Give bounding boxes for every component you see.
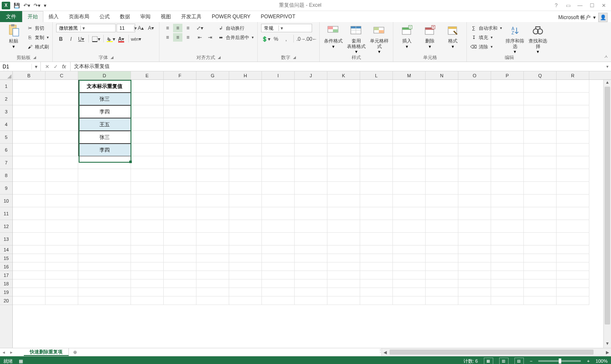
cell[interactable] [360,169,393,182]
cell[interactable] [229,195,262,207]
cell[interactable] [13,169,45,182]
cell[interactable] [491,131,524,144]
cell[interactable] [393,80,426,93]
cell[interactable] [229,118,262,131]
paste-button[interactable]: 粘贴 ▼ [3,24,24,49]
cell[interactable] [426,169,458,182]
orientation-icon[interactable]: ⤢▾ [195,24,205,32]
name-box-input[interactable] [0,64,31,70]
cell[interactable] [131,169,164,182]
sheet-tab[interactable]: 快速删除重复项 [24,348,69,356]
column-header[interactable]: D [78,71,131,79]
cell[interactable] [491,245,524,254]
cell[interactable]: 李四 [78,105,131,118]
cell[interactable] [196,271,229,279]
scroll-left-icon[interactable]: ◀ [382,350,389,355]
cell[interactable] [196,220,229,233]
cell[interactable] [327,233,360,245]
cell[interactable] [78,279,131,288]
row-header[interactable]: 3 [0,105,12,118]
row-header[interactable]: 19 [0,288,12,296]
column-header[interactable]: Q [524,71,557,79]
cell[interactable] [229,156,262,169]
row-header[interactable]: 11 [0,207,12,220]
cell[interactable] [295,182,327,195]
tab-data[interactable]: 数据 [115,11,135,22]
tab-view[interactable]: 视图 [156,11,176,22]
cell[interactable] [164,279,196,288]
cell[interactable] [164,271,196,279]
cell[interactable] [13,279,45,288]
cell[interactable] [262,169,295,182]
cell[interactable] [327,288,360,296]
macro-record-icon[interactable]: ▦ [19,358,23,364]
cell[interactable] [393,93,426,105]
cell[interactable] [524,131,557,144]
cell[interactable] [229,296,262,305]
cell[interactable] [229,233,262,245]
fill-button[interactable]: ↧填充▾ [470,33,502,42]
zoom-in-icon[interactable]: + [587,358,589,364]
cell[interactable] [229,254,262,262]
delete-cells-button[interactable]: ×删除▼ [420,24,440,49]
align-center-icon[interactable]: ≡ [173,33,182,42]
cell[interactable] [426,195,458,207]
cell[interactable] [458,207,491,220]
cell[interactable] [426,296,458,305]
cancel-formula-icon[interactable]: ✕ [45,64,49,70]
cell[interactable] [78,296,131,305]
cell[interactable] [393,105,426,118]
cell[interactable] [426,220,458,233]
column-header[interactable]: H [229,71,262,79]
cell[interactable] [164,262,196,271]
cell[interactable] [229,245,262,254]
cell[interactable] [262,144,295,156]
cell[interactable] [164,169,196,182]
cell[interactable] [164,195,196,207]
cell[interactable] [491,220,524,233]
scroll-right-icon[interactable]: ▶ [604,350,611,355]
cell[interactable] [295,195,327,207]
cell[interactable] [196,288,229,296]
cell[interactable] [196,254,229,262]
decrease-decimal-icon[interactable]: .00← [307,35,316,43]
cell[interactable] [262,182,295,195]
cell[interactable] [164,144,196,156]
cell[interactable] [360,262,393,271]
cell[interactable] [196,144,229,156]
cell[interactable] [196,131,229,144]
cell[interactable] [327,271,360,279]
cell[interactable] [78,156,131,169]
cell[interactable] [327,131,360,144]
cell[interactable] [131,131,164,144]
sort-filter-button[interactable]: AZ排序和筛选▼ [505,24,525,54]
cell[interactable] [13,220,45,233]
cell[interactable] [524,156,557,169]
cell[interactable] [45,118,78,131]
cell[interactable] [164,220,196,233]
column-header[interactable]: C [45,71,78,79]
cell[interactable] [557,233,589,245]
cell[interactable] [78,245,131,254]
scroll-down-icon[interactable]: ▼ [604,341,611,348]
cell[interactable] [45,169,78,182]
cell[interactable] [131,195,164,207]
column-header[interactable]: B [13,71,45,79]
cell[interactable] [327,156,360,169]
cell[interactable] [13,131,45,144]
cell[interactable] [491,288,524,296]
cell[interactable] [327,207,360,220]
cell[interactable] [295,279,327,288]
scroll-up-icon[interactable]: ▲ [604,80,611,87]
align-bottom-icon[interactable]: ≡ [183,24,193,32]
cell[interactable] [491,93,524,105]
collapse-ribbon-icon[interactable]: ㅅ [604,54,608,60]
cell[interactable] [13,254,45,262]
cell[interactable] [524,195,557,207]
expand-formula-bar-icon[interactable]: ▾ [606,64,608,69]
increase-indent-icon[interactable]: ⇥ [205,33,215,42]
cell[interactable] [327,169,360,182]
cell[interactable] [262,233,295,245]
ribbon-display-options-icon[interactable]: ▭ [564,3,572,8]
cell[interactable] [262,207,295,220]
